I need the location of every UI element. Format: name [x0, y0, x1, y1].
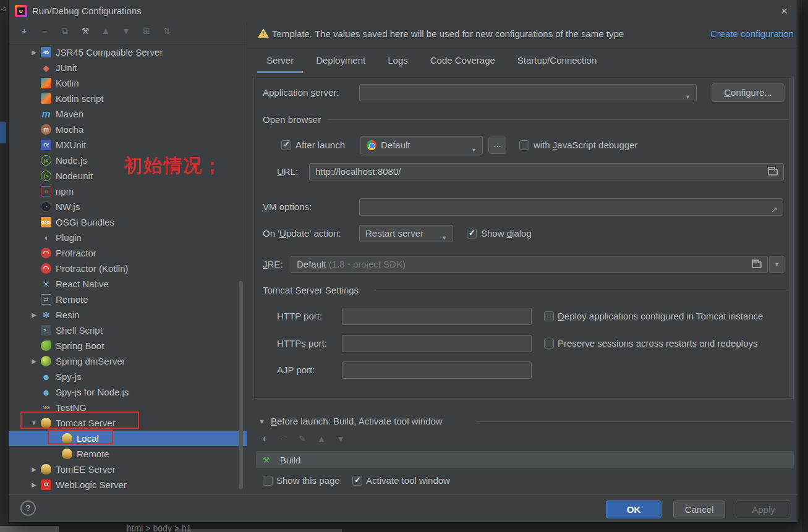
tree-item-label: NW.js — [56, 201, 80, 212]
tree-right-arrow-icon[interactable]: ▶ — [27, 481, 41, 488]
tree-item-label: Spring Boot — [56, 340, 104, 351]
update-action-select[interactable]: Restart server — [359, 225, 453, 242]
jre-dropdown-button[interactable]: ▼ — [769, 256, 785, 273]
tab-deployment[interactable]: Deployment — [307, 50, 375, 73]
tree-item-plugin[interactable]: ◖Plugin — [9, 230, 247, 245]
jre-combo[interactable]: Default (1.8 - project SDK) — [291, 256, 768, 273]
tree-item-weblogic-server[interactable]: ▶OWebLogic Server — [9, 477, 247, 492]
kotlin-icon — [41, 78, 51, 88]
add-button[interactable]: + — [19, 26, 30, 38]
before-launch-task-row[interactable]: ⚒ Build — [256, 451, 794, 468]
browser-select[interactable]: Default — [360, 136, 483, 154]
tree-item-protractor-kotlin[interactable]: ◠Protractor (Kotlin) — [9, 261, 247, 276]
tree-item-local[interactable]: Local — [9, 431, 247, 446]
tree-item-label: Kotlin script — [56, 93, 104, 104]
tree-item-shell-script[interactable]: >_Shell Script — [9, 323, 247, 338]
react-icon: ✳ — [41, 279, 51, 289]
tree-item-jsr45-compatible-server[interactable]: ▶45JSR45 Compatible Server — [9, 44, 247, 60]
expand-field-icon[interactable]: ↗ — [771, 202, 778, 216]
tree-item-protractor[interactable]: ◠Protractor — [9, 245, 247, 261]
help-button[interactable]: ? — [20, 500, 36, 516]
tree-item-spring-dmserver[interactable]: ▶Spring dmServer — [9, 353, 247, 369]
js-debugger-checkbox[interactable] — [519, 140, 529, 150]
dialog-title: Run/Debug Configurations — [32, 6, 142, 16]
https-port-label: HTTPs port: — [277, 335, 327, 352]
footer-separator — [9, 494, 797, 495]
tree-item-kotlin[interactable]: Kotlin — [9, 75, 247, 91]
background-window — [175, 529, 342, 532]
tree-item-spy-js-for-node-js[interactable]: ☻Spy-js for Node.js — [9, 384, 247, 400]
tree-item-resin[interactable]: ▶✻Resin — [9, 307, 247, 323]
tab-server[interactable]: Server — [257, 50, 303, 73]
deploy-applications-checkbox[interactable] — [544, 311, 554, 321]
tree-scrollbar[interactable] — [239, 281, 243, 489]
tree-item-tomee-server[interactable]: ▶TomEE Server — [9, 462, 247, 477]
browser-more-button[interactable]: ... — [488, 137, 506, 154]
application-server-select[interactable] — [359, 84, 697, 101]
cancel-button[interactable]: Cancel — [673, 500, 725, 518]
tree-item-junit[interactable]: ◆JUnit — [9, 60, 247, 75]
mxunit-icon: Cf — [41, 140, 51, 150]
before-launch-toolbar: +−✎▲▼ — [258, 434, 346, 446]
tree-item-tomcat-server[interactable]: ▼Tomcat Server — [9, 415, 247, 431]
tree-item-nw-js[interactable]: ◔NW.js — [9, 199, 247, 214]
create-configuration-link[interactable]: Create configuration — [710, 28, 794, 39]
tree-item-react-native[interactable]: ✳React Native — [9, 276, 247, 292]
edit-templates-button[interactable]: ⚒ — [80, 26, 91, 38]
nodejs-icon: js — [41, 155, 51, 166]
tree-item-label: Protractor — [56, 248, 96, 258]
configure-button[interactable]: Configure... — [712, 83, 785, 102]
intellij-logo-icon: U — [15, 5, 27, 17]
tree-right-arrow-icon[interactable]: ▶ — [27, 358, 41, 365]
ide-toolwindow-stripe — [0, 122, 6, 143]
show-dialog-checkbox[interactable] — [467, 229, 477, 239]
show-this-page-checkbox[interactable] — [263, 476, 273, 486]
https-port-input[interactable] — [342, 335, 532, 352]
build-hammer-icon: ⚒ — [261, 455, 271, 465]
tree-item-remote[interactable]: Remote — [9, 446, 247, 462]
protractor-icon: ◠ — [41, 263, 51, 274]
ajp-port-input[interactable] — [342, 361, 532, 379]
after-launch-checkbox[interactable] — [281, 140, 291, 150]
tab-logs[interactable]: Logs — [378, 50, 417, 73]
jre-folder-icon[interactable] — [752, 261, 762, 268]
tree-down-arrow-icon[interactable]: ▼ — [27, 420, 41, 426]
template-warning-text: Template. The values saved here will be … — [272, 28, 624, 39]
browse-folder-icon[interactable] — [768, 169, 778, 175]
tree-item-label: OSGi Bundles — [56, 217, 114, 227]
tree-item-npm[interactable]: nnpm — [9, 184, 247, 199]
tree-item-label: TomEE Server — [56, 464, 116, 475]
background-edge — [802, 0, 808, 532]
vm-options-input[interactable]: ↗ — [359, 198, 783, 216]
tree-item-mxunit[interactable]: CfMXUnit — [9, 137, 247, 153]
tree-item-spring-boot[interactable]: Spring Boot — [9, 338, 247, 353]
tab-code-coverage[interactable]: Code Coverage — [421, 50, 504, 73]
tree-item-remote[interactable]: ⇄Remote — [9, 292, 247, 307]
springdm-icon — [41, 356, 51, 366]
tree-item-label: Nodeunit — [56, 171, 93, 181]
tree-item-label: Node.js — [56, 155, 87, 166]
tree-item-kotlin-script[interactable]: Kotlin script — [9, 91, 247, 106]
tab-startup-connection[interactable]: Startup/Connection — [508, 50, 606, 73]
url-input[interactable]: http://localhost:8080/ — [309, 163, 784, 180]
tree-item-testng[interactable]: NGTestNG — [9, 400, 247, 415]
close-icon[interactable]: × — [781, 4, 788, 18]
before-launch-title[interactable]: Before launch: Build, Activate tool wind… — [271, 413, 443, 430]
add-task-button[interactable]: + — [258, 434, 270, 446]
tree-item-mocha[interactable]: mMocha — [9, 122, 247, 137]
before-launch-collapse-icon[interactable]: ▼ — [258, 413, 265, 430]
preserve-sessions-checkbox[interactable] — [544, 339, 554, 348]
http-port-input[interactable] — [342, 308, 532, 325]
panel-scrollbar[interactable] — [789, 78, 793, 397]
tree-item-label: TestNG — [56, 402, 87, 413]
tree-item-spy-js[interactable]: ☻Spy-js — [9, 369, 247, 384]
tree-right-arrow-icon[interactable]: ▶ — [27, 311, 41, 318]
tree-right-arrow-icon[interactable]: ▶ — [27, 466, 41, 473]
annotation-text: 初始情况； — [124, 153, 223, 179]
activate-tool-window-checkbox[interactable] — [352, 476, 362, 486]
breadcrumb: html > body > h1 — [127, 523, 191, 532]
tree-right-arrow-icon[interactable]: ▶ — [27, 49, 41, 56]
ok-button[interactable]: OK — [606, 500, 661, 518]
tree-item-osgi-bundles[interactable]: OSGiOSGi Bundles — [9, 214, 247, 230]
tree-item-maven[interactable]: mMaven — [9, 106, 247, 122]
